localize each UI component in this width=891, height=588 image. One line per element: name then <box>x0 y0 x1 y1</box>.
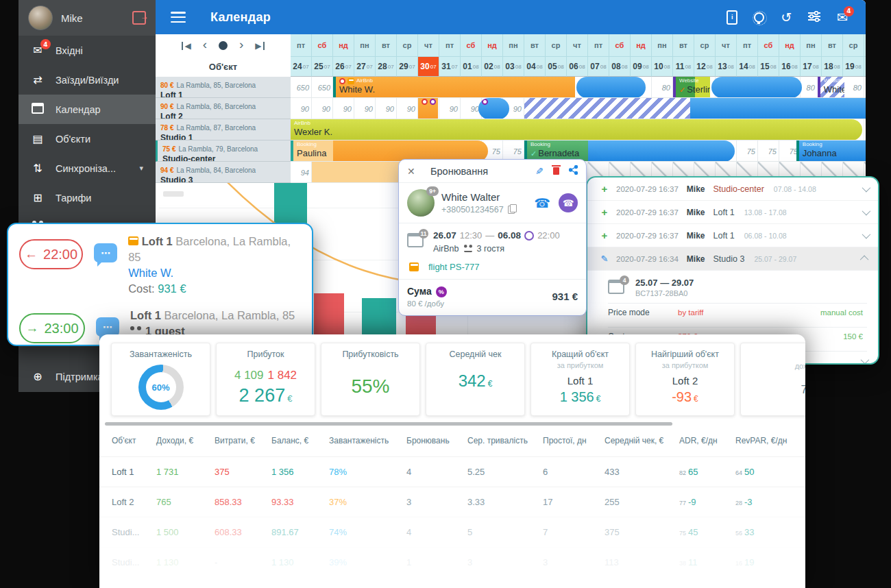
table-column-header[interactable]: ADR, €/дн <box>679 436 718 445</box>
booking-bar[interactable] <box>478 98 509 119</box>
settings-sliders-icon[interactable] <box>808 11 820 24</box>
history-row[interactable]: ✎2020-07-29 16:34MikeStudio 325.07 - 29.… <box>587 247 878 271</box>
date-cell[interactable]: 0308 <box>503 57 524 77</box>
chat-icon[interactable]: ⋯ <box>96 317 119 336</box>
date-cell[interactable]: 0208 <box>482 57 503 77</box>
prev-button[interactable]: ‹ <box>203 40 207 49</box>
viber-icon[interactable]: ☎ <box>559 193 578 212</box>
kpi-card[interactable]: Прибуток4 1091 8422 267€ <box>216 343 315 416</box>
date-cell[interactable]: 1708 <box>801 57 822 77</box>
rate-cell[interactable]: 90 <box>439 98 461 119</box>
property-row-label[interactable]: 94 €La Rambla, 84, BarcelonaStudio 3 <box>156 162 291 183</box>
sidebar-item-арифи[interactable]: ⊞Тарифи <box>19 183 156 212</box>
booking-bar[interactable] <box>588 140 735 162</box>
booking-bar[interactable]: BookingPaulina <box>291 140 333 162</box>
device-info-icon[interactable]: i <box>727 10 737 25</box>
sidebar-item-бєкти[interactable]: ▤Об'єкти <box>19 124 156 154</box>
chevron-down-icon[interactable] <box>862 230 871 239</box>
rate-cell[interactable]: 90 <box>509 98 524 119</box>
table-column-header[interactable]: Простої, дн <box>543 436 587 445</box>
kpi-card[interactable]: Середній чек342€ <box>426 343 525 416</box>
rate-cell[interactable]: 80 <box>845 77 864 98</box>
date-cell[interactable]: 1808 <box>822 57 843 77</box>
booking-bar[interactable]: BookingJohanna <box>796 140 866 162</box>
table-row[interactable]: Loft 2765858.3393.3337%33.331725577-928-… <box>99 487 805 517</box>
date-cell[interactable]: 1308 <box>716 57 737 77</box>
booking-bar[interactable] <box>690 98 866 119</box>
rate-cell[interactable]: 80 <box>803 77 818 98</box>
property-row-label[interactable]: 78 €La Rambla, 87, BarcelonaStudio 1 <box>156 119 291 140</box>
history-icon[interactable]: ↺ <box>781 11 792 24</box>
date-cell[interactable]: 1008 <box>652 57 673 77</box>
logout-icon[interactable] <box>132 11 146 25</box>
sidebar-item-алендар[interactable]: Календар <box>19 95 156 124</box>
booking-bar[interactable]: AirBnbWhite W. <box>333 77 575 98</box>
date-cell[interactable]: 3107 <box>439 57 461 77</box>
booking-bar[interactable] <box>524 98 690 119</box>
date-cell[interactable]: 2807 <box>376 57 397 77</box>
rate-cell[interactable]: 90 <box>354 98 376 119</box>
kpi-card[interactable]: Завантаженість60% <box>111 343 210 416</box>
chat-icon[interactable]: ⋯ <box>94 243 117 262</box>
rate-cell[interactable]: 90 <box>312 98 333 119</box>
share-icon[interactable] <box>569 165 578 177</box>
date-cell[interactable]: 0808 <box>609 57 631 77</box>
table-column-header[interactable]: Середній чек, € <box>605 436 663 445</box>
table-column-header[interactable]: Витрати, € <box>215 436 255 445</box>
property-row-label[interactable]: 75 €La Rambla, 79, BarcelonaStudio-cente… <box>156 140 291 162</box>
edit-icon[interactable]: ✎ <box>535 166 544 177</box>
chevron-down-icon[interactable] <box>861 355 870 364</box>
rate-cell[interactable]: 90 <box>397 98 418 119</box>
date-cell[interactable]: 2507 <box>312 57 333 77</box>
table-column-header[interactable]: Завантаженість <box>329 436 389 445</box>
table-column-header[interactable]: RevPAR, €/дн <box>735 436 787 445</box>
date-cell[interactable]: 2407 <box>291 57 312 77</box>
history-row[interactable]: +2020-07-29 16:37MikeLoft 106.08 - 10.08 <box>587 224 878 247</box>
date-cell[interactable]: 1108 <box>673 57 694 77</box>
table-scrollbar[interactable] <box>105 422 672 426</box>
date-cell[interactable]: 0608 <box>567 57 588 77</box>
table-column-header[interactable]: Доходи, € <box>156 436 193 445</box>
date-cell[interactable]: 0108 <box>461 57 482 77</box>
copy-icon[interactable] <box>508 206 515 214</box>
history-row[interactable]: +2020-07-29 16:37MikeStudio-center07.08 … <box>587 177 878 201</box>
date-cell[interactable]: 3007 <box>418 57 439 77</box>
mail-icon[interactable]: ✉4 <box>837 11 848 24</box>
next-button[interactable]: › <box>239 40 243 49</box>
table-row[interactable]: Studi...1 130-1 13039%13311338111619 <box>99 547 805 578</box>
delete-icon[interactable] <box>553 167 559 175</box>
property-row-label[interactable]: 80 €La Rambla, 85, BarcelonaLoft 1 <box>156 77 291 98</box>
rate-cell[interactable]: 80 <box>652 77 673 98</box>
rate-cell[interactable]: 90 <box>333 98 354 119</box>
booking-bar[interactable] <box>576 77 646 98</box>
rate-cell[interactable]: 75 <box>758 140 779 162</box>
today-button[interactable] <box>219 41 228 50</box>
date-cell[interactable]: 0508 <box>546 57 567 77</box>
guest-link[interactable]: White W. <box>128 267 173 279</box>
date-cell[interactable]: 2707 <box>354 57 376 77</box>
booking-bar[interactable]: Website✓Sterling <box>673 77 710 98</box>
table-row[interactable]: Loft 11 7313751 35678%45.25643382656450 <box>99 456 805 487</box>
rate-cell[interactable]: 75 <box>737 140 758 162</box>
arrival-time-pill[interactable]: ← 22:00 <box>19 239 83 269</box>
date-cell[interactable]: 2008 <box>864 57 866 77</box>
kpi-card[interactable]: Кращий об'єктза прибуткомLoft 11 356€ <box>530 343 630 416</box>
history-row[interactable]: +2020-07-29 16:37MikeLoft 113.08 - 17.08 <box>587 201 878 224</box>
kpi-card[interactable]: ADRдохід приб7041 <box>740 343 805 416</box>
sidebar-item-аїздииїзди[interactable]: ⇄Заїзди/Виїзди <box>19 65 156 95</box>
date-cell[interactable]: 1608 <box>779 57 801 77</box>
first-page-button[interactable]: ◀ <box>182 42 191 50</box>
sidebar-item-инхроніза[interactable]: ⇅Синхроніза...▾ <box>19 154 156 183</box>
rate-cell[interactable]: 94 <box>291 162 312 183</box>
booking-bar[interactable] <box>312 162 401 183</box>
date-cell[interactable]: 2907 <box>397 57 418 77</box>
sidebar-item-хідні[interactable]: ✉4Вхідні <box>19 36 156 65</box>
menu-icon[interactable] <box>171 12 186 23</box>
rate-cell[interactable]: 90 <box>291 98 312 119</box>
kpi-card[interactable]: Найгірший об'єктза прибуткомLoft 2-93€ <box>635 343 735 416</box>
last-page-button[interactable]: ▶ <box>255 42 264 50</box>
date-cell[interactable]: 0708 <box>588 57 609 77</box>
booking-bar[interactable]: WebsiteWhite W. <box>818 77 844 98</box>
property-row-label[interactable]: 90 €La Rambla, 86, BarcelonaLoft 2 <box>156 98 291 119</box>
date-cell[interactable]: 1208 <box>694 57 716 77</box>
